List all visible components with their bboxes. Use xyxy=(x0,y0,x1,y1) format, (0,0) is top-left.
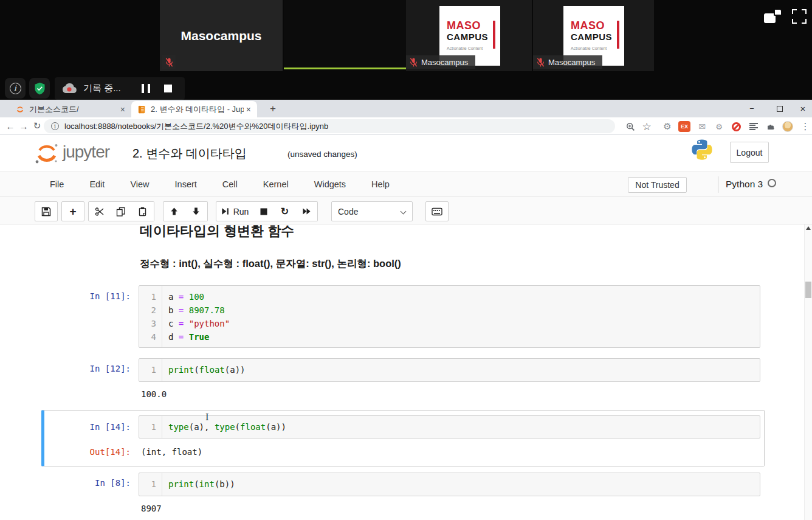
scissors-icon xyxy=(95,207,105,217)
input-prompt: In [11]: xyxy=(0,291,131,301)
extensions-puzzle-icon[interactable] xyxy=(764,120,777,133)
jupyter-logo-text[interactable]: jupyter xyxy=(63,142,109,162)
output-text: (int, float) xyxy=(141,447,202,457)
save-button[interactable] xyxy=(35,201,58,221)
code-input-area[interactable]: 1print(float(a)) xyxy=(139,358,760,382)
participant-name: Masocampus xyxy=(421,58,468,67)
menu-help[interactable]: Help xyxy=(371,179,390,189)
logo-redbar xyxy=(493,21,495,49)
url-field[interactable]: i localhost:8888/notebooks/기본소스코드/2.%20변… xyxy=(44,119,615,133)
video-tile-active-speaker[interactable] xyxy=(284,0,406,69)
zoom-page-icon[interactable] xyxy=(624,120,637,133)
stop-recording-button[interactable] xyxy=(164,85,172,92)
python-logo xyxy=(690,138,714,161)
code-cell-in8[interactable]: In [8]:1print(int(b))8907 xyxy=(0,473,778,520)
menu-view[interactable]: View xyxy=(130,179,149,189)
meeting-info-button[interactable]: i xyxy=(5,78,26,99)
window-close-button[interactable]: × xyxy=(794,100,812,117)
stop-icon xyxy=(260,207,268,216)
restart-run-all-button[interactable] xyxy=(295,201,318,221)
move-cell-down-button[interactable] xyxy=(185,201,208,221)
menu-edit[interactable]: Edit xyxy=(89,179,105,189)
add-cell-button[interactable]: + xyxy=(61,201,84,221)
tab-close-icon[interactable]: × xyxy=(118,105,128,114)
browser-tab-notebook-active[interactable]: 2. 변수와 데이타타입 - Jupyter N × xyxy=(131,101,257,117)
pause-recording-button[interactable] xyxy=(142,84,150,93)
interrupt-kernel-button[interactable] xyxy=(253,201,275,221)
extension-adblock-icon[interactable] xyxy=(729,120,743,133)
extension-settings-icon[interactable]: ⚙ xyxy=(712,120,726,133)
copy-cell-button[interactable] xyxy=(110,201,132,221)
logo-redbar xyxy=(617,21,619,49)
code-input-area[interactable]: 1type(a), type(float(a)) xyxy=(139,415,760,439)
browser-address-bar: ← → ↻ i localhost:8888/notebooks/기본소스코드/… xyxy=(0,117,812,135)
info-icon: i xyxy=(10,83,21,94)
scrollbar-thumb[interactable] xyxy=(805,282,811,298)
meeting-video-strip: Masocampus MASO CAMPUS Actionable Conten… xyxy=(0,0,812,100)
markdown-subheading[interactable]: 정수형 : int(), 실수형 : float(), 문자열: str(), … xyxy=(140,257,401,271)
menu-widgets[interactable]: Widgets xyxy=(314,179,346,189)
extension-ex-icon[interactable]: EX xyxy=(678,120,691,133)
code-cell-in14[interactable]: In [14]:1type(a), type(float(a))Out[14]:… xyxy=(41,410,765,466)
jupyter-toolbar: + Run ↻ Code xyxy=(0,197,812,224)
browser-tab-home[interactable]: 기본소스코드/ × xyxy=(5,101,131,117)
menu-cell[interactable]: Cell xyxy=(222,179,238,189)
run-cell-button[interactable]: Run xyxy=(216,201,253,221)
video-tile-1[interactable]: Masocampus xyxy=(160,0,283,71)
new-tab-button[interactable]: + xyxy=(266,102,280,116)
arrow-up-icon xyxy=(170,207,179,216)
code-input-area[interactable]: 1234a = 100b = 8907.78c = "python"d = Tr… xyxy=(139,285,760,348)
code-input-area[interactable]: 1print(int(b)) xyxy=(139,473,760,496)
menu-insert[interactable]: Insert xyxy=(175,179,197,189)
arrow-down-icon xyxy=(191,207,201,216)
url-text: localhost:8888/notebooks/기본소스코드/2.%20변수와… xyxy=(64,121,328,132)
keyboard-icon xyxy=(432,207,442,216)
recording-status-label: 기록 중... xyxy=(83,83,121,94)
gallery-view-icon[interactable] xyxy=(764,10,781,23)
trust-status-button[interactable]: Not Trusted xyxy=(628,177,687,193)
page-scrollbar[interactable] xyxy=(804,224,812,520)
window-maximize-button[interactable] xyxy=(767,100,793,117)
site-info-icon[interactable]: i xyxy=(51,122,59,130)
bookmark-star-icon[interactable]: ☆ xyxy=(640,120,653,133)
extension-mail-icon[interactable]: ✉ xyxy=(695,120,709,133)
profile-avatar[interactable] xyxy=(781,120,794,133)
jupyter-header: jupyter 2. 변수와 데이타타입 (unsaved changes) L… xyxy=(0,135,812,172)
jupyter-logo[interactable] xyxy=(34,140,60,166)
tab-title: 기본소스코드/ xyxy=(29,104,118,115)
participant-name: Masocampus xyxy=(548,58,595,67)
run-label: Run xyxy=(233,207,249,217)
video-tile-2[interactable]: MASO CAMPUS Actionable Content Masocampu… xyxy=(406,0,532,71)
window-minimize-button[interactable]: − xyxy=(739,100,765,117)
back-button[interactable]: ← xyxy=(4,117,17,134)
video-tile-3[interactable]: MASO CAMPUS Actionable Content Masocampu… xyxy=(533,0,654,71)
restart-kernel-button[interactable]: ↻ xyxy=(274,201,296,221)
cut-cell-button[interactable] xyxy=(88,201,111,221)
copy-icon xyxy=(116,207,126,217)
logout-button[interactable]: Logout xyxy=(730,142,769,163)
participant-name-label: Masocampus xyxy=(533,55,602,69)
extension-list-icon[interactable] xyxy=(747,120,760,133)
code-cell-in11[interactable]: In [11]:1234a = 100b = 8907.78c = "pytho… xyxy=(0,285,778,348)
cell-type-select[interactable]: Code xyxy=(331,201,413,221)
notebook-title[interactable]: 2. 변수와 데이타타입 xyxy=(132,145,247,162)
move-cell-up-button[interactable] xyxy=(163,201,185,221)
input-prompt: In [12]: xyxy=(0,364,131,373)
browser-menu-icon[interactable]: ⋮ xyxy=(799,120,812,133)
fullscreen-icon[interactable] xyxy=(792,9,807,24)
code-cell-in12[interactable]: In [12]:1print(float(a))100.0 xyxy=(0,358,778,413)
forward-button[interactable]: → xyxy=(17,117,30,134)
extension-gear-icon[interactable]: ⚙ xyxy=(661,120,674,133)
line-number-gutter: 1 xyxy=(139,416,162,438)
tab-close-icon[interactable]: × xyxy=(244,105,253,114)
shield-check-icon xyxy=(34,82,46,95)
reload-button[interactable]: ↻ xyxy=(30,117,44,134)
paste-cell-button[interactable] xyxy=(132,201,154,221)
menu-kernel[interactable]: Kernel xyxy=(263,179,289,189)
scrollbar-up-arrow[interactable] xyxy=(806,226,811,230)
cell-type-value: Code xyxy=(338,207,358,217)
menu-file[interactable]: File xyxy=(50,179,64,189)
meeting-security-button[interactable] xyxy=(29,78,50,99)
markdown-heading[interactable]: 데이타타입의 형변환 함수 xyxy=(140,224,294,240)
command-palette-button[interactable] xyxy=(425,201,449,221)
